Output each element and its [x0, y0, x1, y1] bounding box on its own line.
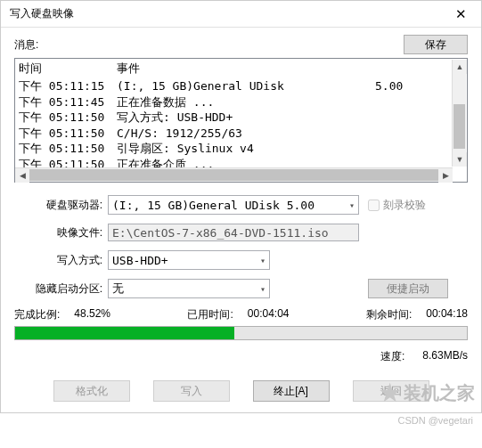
horizontal-scrollbar[interactable]: ◀ ▶	[15, 167, 453, 182]
log-row[interactable]: 下午 05:11:15(I:, 15 GB)General UDisk5.00	[19, 78, 463, 94]
scroll-up-icon[interactable]: ▲	[453, 60, 467, 74]
write-button: 写入	[153, 380, 230, 402]
window-title: 写入硬盘映像	[10, 6, 74, 21]
drive-select[interactable]: (I:, 15 GB)General UDisk 5.00	[108, 195, 359, 215]
log-row[interactable]: 下午 05:11:50C/H/S: 1912/255/63	[19, 126, 463, 142]
done-value: 48.52%	[74, 307, 110, 322]
easy-boot-button[interactable]: 便捷启动	[368, 279, 448, 298]
hidden-boot-select[interactable]: 无	[108, 279, 270, 298]
log-row[interactable]: 下午 05:11:50正在准备介质 ...	[19, 157, 463, 167]
log-header: 时间 事件	[15, 59, 467, 78]
verify-checkbox[interactable]: 刻录校验	[368, 198, 426, 213]
image-label: 映像文件:	[14, 225, 108, 240]
vertical-scrollbar[interactable]: ▲ ▼	[452, 60, 466, 167]
progress-fill	[15, 327, 234, 339]
progress-bar	[14, 326, 468, 340]
remain-value: 00:04:18	[426, 307, 468, 322]
done-label: 完成比例:	[14, 307, 60, 322]
log-listbox[interactable]: 时间 事件 下午 05:11:15(I:, 15 GB)General UDis…	[14, 58, 468, 183]
save-button[interactable]: 保存	[404, 35, 468, 54]
log-header-time: 时间	[19, 61, 117, 77]
speed-label: 速度:	[380, 349, 404, 364]
verify-checkbox-input[interactable]	[368, 200, 380, 211]
vscroll-thumb[interactable]	[453, 104, 465, 149]
image-file-input[interactable]	[108, 224, 359, 241]
drive-label: 硬盘驱动器:	[14, 198, 108, 213]
close-button[interactable]: ✕	[441, 1, 481, 28]
log-row[interactable]: 下午 05:11:50写入方式: USB-HDD+	[19, 110, 463, 126]
close-icon: ✕	[455, 6, 467, 22]
hidden-boot-label: 隐藏启动分区:	[14, 281, 108, 297]
remain-label: 剩余时间:	[366, 307, 412, 322]
scroll-left-icon[interactable]: ◀	[15, 168, 29, 183]
log-row[interactable]: 下午 05:11:45正在准备数据 ...	[19, 94, 463, 110]
write-method-select[interactable]: USB-HDD+	[108, 250, 270, 270]
scroll-right-icon[interactable]: ▶	[438, 168, 453, 183]
hscroll-thumb[interactable]	[29, 169, 438, 181]
log-row[interactable]: 下午 05:11:50引导扇区: Syslinux v4	[19, 141, 463, 157]
format-button: 格式化	[53, 380, 130, 402]
log-header-event: 事件	[117, 61, 463, 77]
abort-button[interactable]: 终止[A]	[253, 380, 330, 402]
elapsed-label: 已用时间:	[187, 307, 233, 322]
scroll-down-icon[interactable]: ▼	[453, 152, 467, 167]
messages-label: 消息:	[14, 37, 38, 53]
write-method-label: 写入方式:	[14, 253, 108, 268]
elapsed-value: 00:04:04	[248, 307, 290, 322]
back-button: 返回	[353, 380, 429, 402]
titlebar: 写入硬盘映像 ✕	[1, 1, 481, 28]
csdn-watermark: CSDN @vegetari	[0, 413, 482, 429]
speed-value: 8.63MB/s	[422, 349, 468, 364]
